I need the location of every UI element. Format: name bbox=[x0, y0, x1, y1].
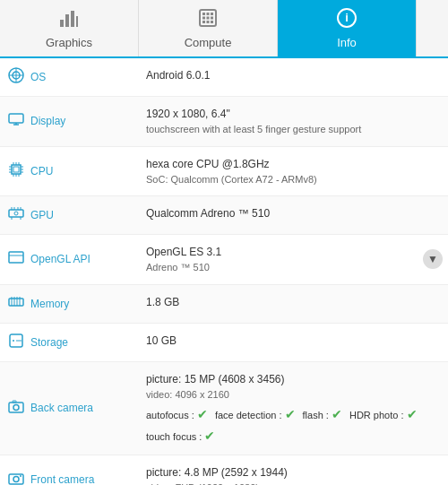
label-os-text: OS bbox=[30, 71, 46, 83]
svg-point-44 bbox=[14, 212, 18, 215]
row-gpu: GPU Qualcomm Adreno ™ 510 bbox=[0, 196, 448, 235]
row-cpu: CPU hexa core CPU @1.8GHz SoC: Qualcomm … bbox=[0, 147, 448, 197]
value-display: 1920 x 1080, 6.4" touchscreen with at le… bbox=[139, 97, 448, 146]
tab-info-label: Info bbox=[337, 36, 357, 49]
graphics-icon bbox=[58, 7, 80, 34]
label-cpu-text: CPU bbox=[30, 165, 53, 178]
value-front-camera: picture: 4.8 MP (2592 x 1944) video: FHD… bbox=[139, 455, 448, 485]
label-opengl-text: OpenGL API bbox=[30, 253, 90, 265]
svg-point-60 bbox=[13, 405, 19, 411]
compute-icon bbox=[197, 7, 219, 34]
autofocus-feature: autofocus : ✔ bbox=[146, 405, 208, 424]
label-gpu: GPU bbox=[0, 196, 139, 234]
tab-bar: Graphics Compute i Info bbox=[0, 0, 448, 58]
tab-compute-label: Compute bbox=[185, 36, 232, 49]
svg-rect-45 bbox=[9, 252, 23, 263]
label-display-text: Display bbox=[30, 115, 65, 127]
label-memory-text: Memory bbox=[30, 298, 69, 310]
label-display: Display bbox=[0, 97, 139, 146]
row-back-camera: Back camera picture: 15 MP (4608 x 3456)… bbox=[0, 362, 448, 456]
label-storage: Storage bbox=[0, 324, 139, 361]
value-gpu: Qualcomm Adreno ™ 510 bbox=[139, 196, 448, 234]
value-back-camera: picture: 15 MP (4608 x 3456) video: 4096… bbox=[139, 362, 448, 455]
svg-rect-5 bbox=[202, 13, 205, 15]
touch-focus-feature: touch focus : ✔ bbox=[146, 431, 215, 442]
os-icon bbox=[7, 67, 25, 87]
svg-rect-10 bbox=[211, 17, 213, 20]
svg-rect-1 bbox=[65, 14, 69, 27]
svg-rect-37 bbox=[9, 210, 23, 217]
tab-info[interactable]: i Info bbox=[278, 0, 417, 56]
label-os: OS bbox=[0, 58, 139, 96]
svg-rect-13 bbox=[211, 21, 213, 23]
label-back-camera: Back camera bbox=[0, 362, 139, 455]
row-storage: Storage 10 GB bbox=[0, 324, 448, 362]
svg-rect-0 bbox=[60, 20, 64, 27]
label-memory: Memory bbox=[0, 285, 139, 323]
label-back-camera-text: Back camera bbox=[30, 402, 93, 414]
svg-text:i: i bbox=[345, 11, 349, 24]
storage-icon bbox=[7, 333, 25, 352]
info-table: OS Android 6.0.1 Display 1920 x 1080, 6.… bbox=[0, 58, 448, 485]
info-icon: i bbox=[336, 7, 358, 34]
svg-rect-6 bbox=[207, 13, 210, 15]
tab-compute[interactable]: Compute bbox=[139, 0, 278, 56]
cpu-icon bbox=[7, 161, 25, 181]
row-memory: Memory 1.8 GB bbox=[0, 285, 448, 324]
svg-rect-11 bbox=[202, 21, 205, 23]
label-opengl: OpenGL API bbox=[0, 235, 139, 284]
svg-rect-9 bbox=[207, 17, 210, 20]
row-front-camera: Front camera picture: 4.8 MP (2592 x 194… bbox=[0, 455, 448, 485]
row-display: Display 1920 x 1080, 6.4" touchscreen wi… bbox=[0, 97, 448, 147]
svg-rect-20 bbox=[9, 114, 23, 123]
label-gpu-text: GPU bbox=[30, 209, 54, 221]
tab-graphics[interactable]: Graphics bbox=[0, 0, 139, 56]
svg-rect-47 bbox=[9, 299, 23, 306]
value-memory: 1.8 GB bbox=[139, 285, 448, 323]
flash-feature: flash : ✔ bbox=[303, 405, 342, 424]
svg-rect-7 bbox=[211, 13, 213, 15]
svg-rect-61 bbox=[13, 401, 16, 403]
gpu-icon bbox=[7, 205, 25, 225]
svg-rect-2 bbox=[71, 11, 74, 27]
label-cpu: CPU bbox=[0, 147, 139, 196]
value-os: Android 6.0.1 bbox=[139, 58, 448, 96]
svg-point-57 bbox=[13, 340, 14, 342]
memory-icon bbox=[7, 294, 25, 314]
svg-point-64 bbox=[20, 475, 22, 477]
svg-rect-24 bbox=[13, 167, 19, 172]
tab-graphics-label: Graphics bbox=[46, 36, 92, 49]
label-front-camera-text: Front camera bbox=[30, 473, 94, 485]
value-opengl: OpenGL ES 3.1 Adreno ™ 510 ▼ bbox=[139, 235, 448, 284]
svg-rect-8 bbox=[202, 17, 205, 20]
back-camera-icon bbox=[7, 398, 25, 418]
opengl-icon bbox=[7, 249, 25, 269]
row-os: OS Android 6.0.1 bbox=[0, 58, 448, 97]
label-front-camera: Front camera bbox=[0, 455, 139, 485]
svg-rect-3 bbox=[76, 16, 78, 27]
svg-point-63 bbox=[13, 477, 19, 482]
svg-rect-59 bbox=[9, 403, 23, 412]
label-storage-text: Storage bbox=[30, 336, 68, 349]
value-storage: 10 GB bbox=[139, 324, 448, 361]
hdr-feature: HDR photo : ✔ bbox=[349, 405, 418, 424]
svg-rect-12 bbox=[207, 21, 210, 23]
face-detection-feature: face detection : ✔ bbox=[215, 405, 296, 424]
row-opengl: OpenGL API OpenGL ES 3.1 Adreno ™ 510 ▼ bbox=[0, 235, 448, 285]
front-camera-icon bbox=[7, 470, 25, 485]
value-cpu: hexa core CPU @1.8GHz SoC: Qualcomm (Cor… bbox=[139, 147, 448, 196]
display-icon bbox=[7, 111, 25, 131]
expand-opengl-button[interactable]: ▼ bbox=[423, 249, 443, 269]
